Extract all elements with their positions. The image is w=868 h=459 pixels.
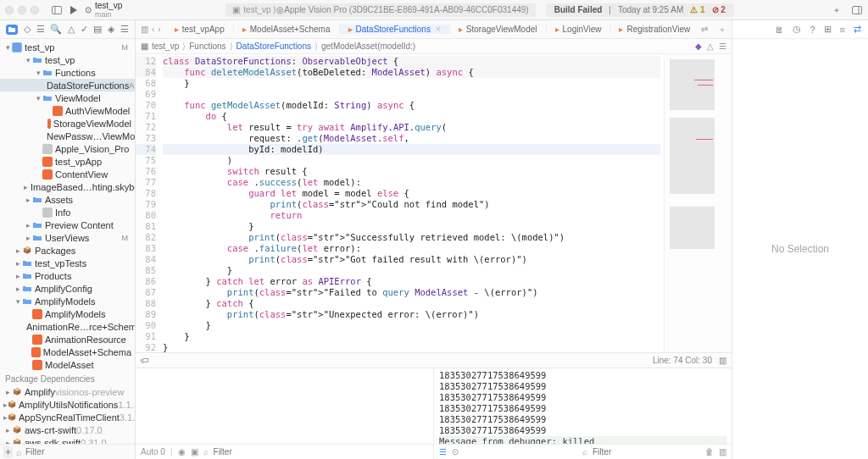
jumpbar-seg[interactable]: DataStoreFunctions xyxy=(236,41,311,51)
sidebar-toggle-icon[interactable]: ▥ xyxy=(141,25,148,34)
editor-tab[interactable]: ▸ModelAsset+Schema xyxy=(234,25,340,34)
code[interactable]: class DataStoreFunctions: ObservableObje… xyxy=(159,54,664,352)
destination-selector[interactable]: ▣ test_vp ⟩ ◎ Apple Vision Pro (3D9C21BE… xyxy=(225,3,535,17)
tree-item[interactable]: test_vpApp xyxy=(0,155,135,168)
tree-item[interactable]: ▸📦AmplifyUtilsNotifications 1.1.1 xyxy=(0,398,135,411)
tree-item[interactable]: Info xyxy=(0,206,135,218)
jumpbar-seg[interactable]: Functions xyxy=(189,41,225,51)
tree-item[interactable]: ▸UserViewsM xyxy=(0,231,135,244)
related-icon[interactable]: ☰ xyxy=(719,41,726,51)
library-icon[interactable] xyxy=(851,4,863,16)
editor-tab[interactable]: ▸test_vpApp xyxy=(166,25,234,34)
scope-selector[interactable]: Auto 0 xyxy=(141,447,165,456)
tree-item[interactable]: ▸ ImageBased…hting.skybox xyxy=(0,180,135,193)
tree-item[interactable]: ContentView xyxy=(0,168,135,180)
tree-item-label: aws-sdk-swift xyxy=(25,438,81,445)
tree-item[interactable]: ▾ViewModel xyxy=(0,91,135,104)
tree-item[interactable]: ▾test_vpM xyxy=(0,41,135,53)
plus-icon[interactable]: ＋ xyxy=(831,4,843,16)
bookmarks-icon[interactable]: ☰ xyxy=(36,24,45,35)
tree-item[interactable]: ▸📦AppSyncRealTimeClient 3.1.2 xyxy=(0,411,135,423)
inspector-tabs[interactable]: 🗎 ◷ ? ⊞ ≡ ⇄ xyxy=(732,20,868,39)
build-status[interactable]: Build Failed | Today at 9:25 AM ⚠ 1 ⊘ 2 xyxy=(546,3,734,17)
tree-item[interactable]: AmplifyModels xyxy=(0,307,135,320)
forward-icon[interactable]: › xyxy=(158,25,160,34)
reports-icon[interactable]: ☰ xyxy=(120,24,129,35)
navigator-tabs[interactable]: ◇ ☰ 🔍 △ ✓ ▤ ◈ ☰ xyxy=(0,20,135,39)
source-editor[interactable]: 1284686970717273747576777879808182838485… xyxy=(136,54,732,352)
console-filter-input[interactable] xyxy=(593,447,700,456)
tree-item[interactable]: DataStoreFunctionsA xyxy=(0,79,135,91)
split-icon[interactable]: ▥ xyxy=(719,447,726,456)
eye-icon[interactable]: ◉ xyxy=(178,447,186,456)
tree-item[interactable]: ▸📦Amplify visionos-preview xyxy=(0,385,135,398)
jumpbar-seg[interactable]: getModelAsset(modelId:) xyxy=(321,41,415,51)
po-icon[interactable]: ▣ xyxy=(191,447,198,456)
project-tree[interactable]: ▾test_vpM▾test_vp▾Functions DataStoreFun… xyxy=(0,39,135,444)
tests-icon[interactable]: ✓ xyxy=(81,24,88,35)
tree-item[interactable]: ▸test_vpTests xyxy=(0,257,135,269)
breadcrumb-icon[interactable]: 🏷 xyxy=(141,356,149,365)
back-icon[interactable]: ‹ xyxy=(152,25,154,34)
zoom-icon[interactable] xyxy=(31,6,39,14)
breakpoints-icon[interactable]: ◈ xyxy=(108,24,114,35)
source-control-icon[interactable]: ◇ xyxy=(24,24,31,35)
variables-filter-input[interactable] xyxy=(214,447,428,456)
tree-item[interactable]: AnimationRe…rce+Schema xyxy=(0,320,135,333)
tree-item-label: Products xyxy=(35,271,71,281)
debug-icon[interactable]: ▤ xyxy=(93,24,102,35)
attributes-inspector-icon[interactable]: ⊞ xyxy=(824,24,832,35)
tree-item[interactable]: ModelAsset xyxy=(0,358,135,371)
tree-item[interactable]: ▾AmplifyModels xyxy=(0,295,135,307)
window-traffic-lights[interactable] xyxy=(5,6,39,14)
editor-tab[interactable]: ▸RegistrationView xyxy=(610,25,696,34)
help-inspector-icon[interactable]: ? xyxy=(810,25,815,35)
tree-item[interactable]: ▸📦aws-sdk-swift 0.31.0 xyxy=(0,436,135,444)
file-inspector-icon[interactable]: 🗎 xyxy=(775,25,784,35)
close-icon[interactable] xyxy=(5,6,14,14)
issues-icon[interactable]: △ xyxy=(68,24,75,35)
output-selector-icon[interactable]: ☰ xyxy=(439,447,447,456)
minimap[interactable] xyxy=(664,54,732,352)
jumpbar-seg[interactable]: test_vp xyxy=(152,41,179,51)
tree-item[interactable]: ▸📦aws-crt-swift 0.17.0 xyxy=(0,423,135,436)
run-icon[interactable] xyxy=(68,4,80,16)
tree-item[interactable]: ▾Functions xyxy=(0,66,135,79)
tree-item[interactable]: AnimationResource xyxy=(0,333,135,346)
tree-item[interactable]: ▸AmplifyConfig xyxy=(0,282,135,295)
tree-item[interactable]: ▸Assets xyxy=(0,193,135,206)
toggle-sidebar-icon[interactable] xyxy=(51,4,63,16)
tree-item-label: AmplifyUtilsNotifications xyxy=(19,400,118,410)
tree-item[interactable]: AuthViewModel xyxy=(0,104,135,117)
tree-item[interactable]: StorageViewModel xyxy=(0,117,135,130)
minimize-icon[interactable] xyxy=(18,6,26,14)
trash-icon[interactable]: 🗑 xyxy=(705,447,714,456)
tabs-overflow-icon[interactable]: ⇄ xyxy=(696,25,713,34)
authors-icon[interactable]: ◆ xyxy=(695,41,702,51)
tree-item[interactable]: ▸Products xyxy=(0,269,135,282)
tree-item[interactable]: NewPassw…ViewModel xyxy=(0,130,135,142)
project-navigator-icon[interactable] xyxy=(6,25,18,35)
editor-tab[interactable]: ▸LoginView xyxy=(547,25,611,34)
target-selector-icon[interactable]: ⊙ xyxy=(452,447,459,456)
identity-inspector-icon[interactable]: ≡ xyxy=(840,25,845,35)
add-button[interactable]: ＋ xyxy=(3,446,13,458)
tree-item[interactable]: ModelAsset+Schema xyxy=(0,346,135,358)
tree-item[interactable]: ▾test_vp xyxy=(0,53,135,66)
find-icon[interactable]: 🔍 xyxy=(50,24,62,35)
navigator-filter-input[interactable] xyxy=(25,447,133,456)
editor-tab[interactable]: ▸DataStoreFunctions× xyxy=(340,25,450,34)
add-tab-icon[interactable]: ＋ xyxy=(713,24,732,36)
tree-item[interactable]: ▸📦Packages xyxy=(0,244,135,257)
console-output[interactable]: 1835302771753864959918353027717538649599… xyxy=(434,368,732,444)
editor-tab[interactable]: ▸StorageViewModel xyxy=(450,25,547,34)
connections-inspector-icon[interactable]: ⇄ xyxy=(854,24,861,35)
jump-bar[interactable]: ▦ test_vp⟩ Functions⟩ DataStoreFunctions… xyxy=(136,39,732,54)
tree-item[interactable]: Apple_Vision_Pro xyxy=(0,142,135,155)
tree-item[interactable]: ▸Preview Content xyxy=(0,218,135,231)
minimap-toggle-icon[interactable]: ▥ xyxy=(719,356,726,365)
history-inspector-icon[interactable]: ◷ xyxy=(793,24,801,35)
close-tab-icon[interactable]: × xyxy=(436,25,441,34)
scheme-selector[interactable]: ⊙ test_vp main xyxy=(85,1,122,19)
assistant-icon[interactable]: △ xyxy=(707,41,714,51)
